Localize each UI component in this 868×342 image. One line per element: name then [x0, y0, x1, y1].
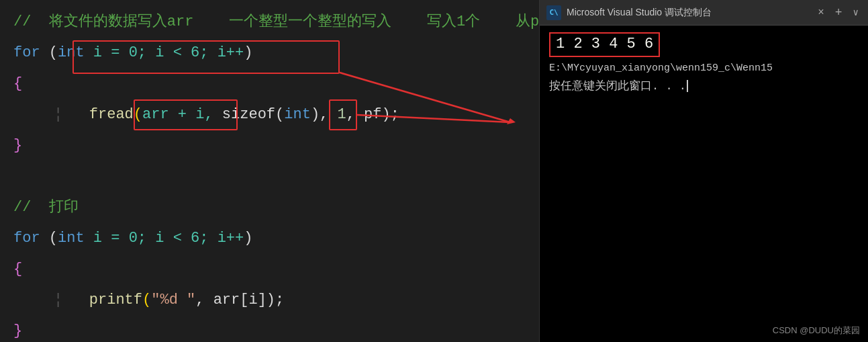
- for-loop-2: for (int i = 0; i < 6; i++): [13, 223, 526, 254]
- close-button[interactable]: ×: [815, 7, 827, 19]
- comment-line-2: // 打印: [13, 192, 526, 223]
- cursor: [687, 80, 688, 92]
- brace-open-1: {: [13, 69, 526, 99]
- debug-output: 1 2 3 4 5 6 E:\MYcyuyan_xianyong\wenn159…: [540, 26, 868, 342]
- blank-line: [13, 161, 526, 192]
- for-keyword-1: for: [13, 38, 40, 69]
- code-editor: // 将文件的数据写入arr 一个整型一个整型的写入 写入1个 从pf指向的文件…: [0, 0, 539, 342]
- output-path: E:\MYcyuyan_xianyong\wenn159_c\Wenn15: [549, 62, 859, 74]
- debug-panel: C\ Microsoft Visual Studio 调试控制台 × + ∨ 1…: [539, 0, 868, 342]
- brace-close-1: }: [13, 130, 526, 161]
- printf-line: ¦ printf("%d ", arr[i]);: [13, 285, 526, 316]
- brace-open-2: {: [13, 254, 526, 285]
- numbers-highlight: 1 2 3 4 5 6: [549, 32, 660, 57]
- main-container: // 将文件的数据写入arr 一个整型一个整型的写入 写入1个 从pf指向的文件…: [0, 0, 868, 342]
- int-keyword-2: int: [58, 223, 85, 254]
- debug-titlebar: C\ Microsoft Visual Studio 调试控制台 × + ∨: [540, 0, 868, 26]
- for-keyword-2: for: [13, 223, 40, 254]
- fread-line: ¦ fread(arr + i, sizeof(int), 1, pf);: [13, 99, 526, 130]
- csdn-watermark: CSDN @DUDU的菜园: [773, 325, 860, 337]
- for1-condition: i = 0; i < 6; i++: [85, 38, 244, 69]
- for2-condition: i = 0; i < 6; i++: [85, 223, 244, 254]
- comment-line-1: // 将文件的数据写入arr 一个整型一个整型的写入 写入1个 从pf指向的文件…: [13, 7, 526, 38]
- chevron-icon[interactable]: ∨: [851, 7, 861, 18]
- int-keyword-1: int: [58, 38, 85, 69]
- vs-icon: C\: [546, 5, 561, 20]
- debug-title-text: Microsoft Visual Studio 调试控制台: [567, 7, 810, 19]
- for-loop-1: for (int i = 0; i < 6; i++): [13, 38, 526, 69]
- output-numbers-line: 1 2 3 4 5 6: [549, 32, 859, 57]
- output-prompt: 按任意键关闭此窗口. . .: [549, 78, 859, 93]
- brace-close-2: }: [13, 316, 526, 342]
- add-tab-button[interactable]: +: [832, 6, 845, 19]
